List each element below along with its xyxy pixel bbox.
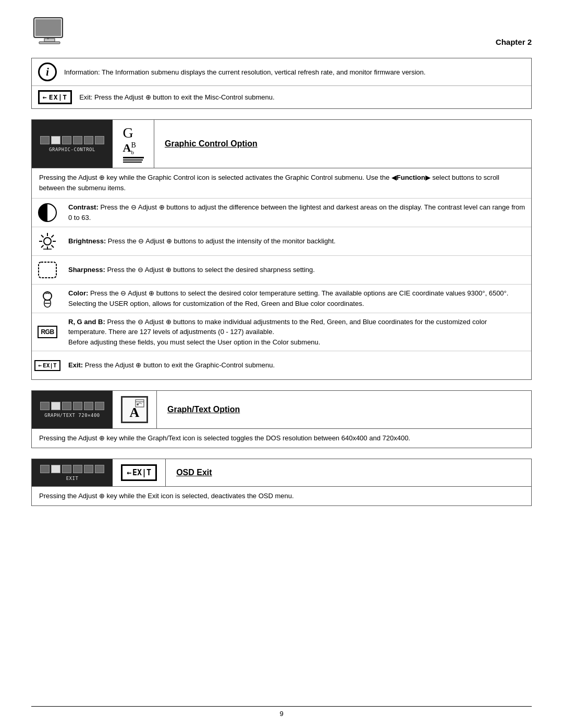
sharpness-row: Sharpness: Press the ⊖ Adjust ⊕ buttons …: [32, 255, 531, 284]
osd-exit-title: OSD Exit: [166, 459, 222, 486]
graphic-control-menu-image: GRAPHIC-CONTROL: [32, 120, 113, 168]
osd-exit-label: EXIT: [66, 476, 79, 481]
underline-icon: [123, 157, 144, 158]
graphic-control-title: Graphic Control Option: [154, 120, 268, 168]
svg-rect-18: [136, 400, 144, 407]
graphic-control-icon: G A B b: [113, 120, 154, 168]
graphtext-big-icon: A: [121, 396, 148, 423]
graphtext-description: Pressing the Adjust ⊕ key while the Grap…: [32, 429, 531, 448]
gt-menu-icon-1: [40, 402, 50, 410]
brightness-row: Brightness: Press the ⊖ Adjust ⊕ buttons…: [32, 227, 531, 255]
svg-point-5: [44, 238, 51, 245]
graphic-control-features: Contrast: Press the ⊖ Adjust ⊕ buttons t…: [32, 199, 531, 380]
graphic-control-header: GRAPHIC-CONTROL G A B b: [32, 120, 531, 168]
sharpness-text: Sharpness: Press the ⊖ Adjust ⊕ buttons …: [63, 255, 531, 284]
svg-line-11: [52, 245, 54, 248]
sharpness-icon: [37, 260, 58, 280]
gt-menu-icons-row: [40, 402, 104, 410]
osd-exit-box-icon: ←EX|T: [121, 464, 157, 481]
svg-line-22: [140, 403, 142, 404]
svg-line-10: [41, 235, 44, 238]
color-icon: [37, 288, 58, 309]
graphtext-label: GRAPH/TEXT 720×400: [44, 413, 100, 418]
menu-icon-3: [62, 136, 71, 144]
color-icon-cell: [32, 284, 63, 313]
rgb-icon: RGB: [37, 322, 58, 342]
info-row: i Information: The Information submenu d…: [32, 58, 531, 86]
graphtext-icon: A: [113, 391, 157, 428]
svg-line-12: [52, 235, 54, 238]
chapter-label: Chapter 2: [496, 38, 532, 48]
menu-icon-5: [84, 136, 93, 144]
gt-menu-icon-2: [51, 402, 60, 410]
graphtext-section: GRAPH/TEXT 720×400 A: [31, 390, 532, 448]
color-row: Color: Press the ⊖ Adjust ⊕ buttons to s…: [32, 284, 531, 313]
ab-icon: A B b: [123, 141, 136, 155]
osd-exit-header: EXIT ←EX|T OSD Exit: [32, 459, 531, 487]
gt-menu-icon-5: [84, 402, 93, 410]
exit-icon-top: ←EX|T: [38, 90, 72, 104]
contrast-row: Contrast: Press the ⊖ Adjust ⊕ buttons t…: [32, 199, 531, 227]
menu-icons-row: [40, 136, 104, 144]
underline3-icon: [123, 162, 142, 163]
underline2-icon: [123, 159, 143, 161]
page-header: Chapter 2: [31, 16, 532, 48]
svg-rect-3: [39, 42, 60, 44]
info-exit-section: i Information: The Information submenu d…: [31, 58, 532, 109]
gt-menu-icon-4: [73, 402, 82, 410]
oe-menu-icon-3: [62, 465, 71, 473]
information-circle-icon: i: [38, 63, 57, 81]
gc-exit-text: Exit: Press the Adjust ⊕ button to exit …: [63, 351, 531, 380]
page-number: 9: [279, 710, 283, 718]
menu-icon-2: [51, 136, 60, 144]
graphtext-title: Graph/Text Option: [157, 391, 250, 428]
oe-menu-icons-row: [40, 465, 104, 473]
oe-menu-icon-2: [51, 465, 60, 473]
monitor-icon: [31, 16, 68, 48]
info-icon: i: [38, 63, 57, 81]
svg-rect-2: [44, 39, 55, 42]
brightness-icon-cell: [32, 227, 63, 255]
oe-menu-icon-5: [84, 465, 93, 473]
b-top: B: [131, 141, 136, 149]
osd-exit-icon-area: ←EX|T: [113, 459, 166, 486]
g-letter-icon: G: [123, 125, 133, 141]
menu-icon-6: [95, 136, 104, 144]
menu-icon-4: [73, 136, 82, 144]
contrast-icon-cell: [32, 199, 63, 227]
svg-point-4: [47, 38, 49, 40]
oe-menu-icon-1: [40, 465, 50, 473]
exit-row-top: ←EX|T Exit: Press the Adjust ⊕ button to…: [32, 86, 531, 108]
color-text: Color: Press the ⊖ Adjust ⊕ buttons to s…: [63, 284, 531, 313]
gc-exit-icon: ←EX|T: [37, 355, 58, 376]
svg-line-13: [41, 245, 44, 248]
rgb-text: R, G and B: Press the ⊖ Adjust ⊕ buttons…: [63, 313, 531, 351]
graphic-control-section: GRAPHIC-CONTROL G A B b: [31, 119, 532, 380]
contrast-text: Contrast: Press the ⊖ Adjust ⊕ buttons t…: [63, 199, 531, 227]
osd-exit-description: Pressing the Adjust ⊕ key while the Exit…: [32, 487, 531, 505]
osd-exit-arrow-icon: ←: [127, 468, 131, 477]
info-text: Information: The Information submenu dis…: [64, 68, 425, 76]
oe-menu-icon-6: [95, 465, 104, 473]
svg-rect-15: [39, 262, 56, 278]
oe-menu-icon-4: [73, 465, 82, 473]
b-bottom: b: [131, 149, 136, 155]
graphic-control-label: GRAPHIC-CONTROL: [49, 147, 95, 152]
gb-stack: B b: [131, 141, 136, 155]
graphtext-menu-image: GRAPH/TEXT 720×400: [32, 391, 113, 428]
sharpness-icon-cell: [32, 255, 63, 284]
a-letter: A: [123, 142, 131, 154]
brightness-text: Brightness: Press the ⊖ Adjust ⊕ buttons…: [63, 227, 531, 255]
osd-exit-section: EXIT ←EX|T OSD Exit Pressing the Adjust …: [31, 459, 532, 506]
svg-rect-1: [35, 19, 61, 36]
brightness-icon: [37, 231, 58, 252]
exit-box-icon: ←EX|T: [38, 90, 72, 104]
rgb-row: RGB R, G and B: Press the ⊖ Adjust ⊕ but…: [32, 313, 531, 351]
gt-menu-icon-3: [62, 402, 71, 410]
graphtext-header: GRAPH/TEXT 720×400 A: [32, 391, 531, 429]
exit-top-text: Exit: Press the Adjust ⊕ button to exit …: [79, 93, 274, 101]
rgb-icon-cell: RGB: [32, 313, 63, 351]
gc-exit-row: ←EX|T Exit: Press the Adjust ⊕ button to…: [32, 351, 531, 380]
osd-exit-menu-image: EXIT: [32, 459, 113, 486]
gc-exit-icon-cell: ←EX|T: [32, 351, 63, 380]
